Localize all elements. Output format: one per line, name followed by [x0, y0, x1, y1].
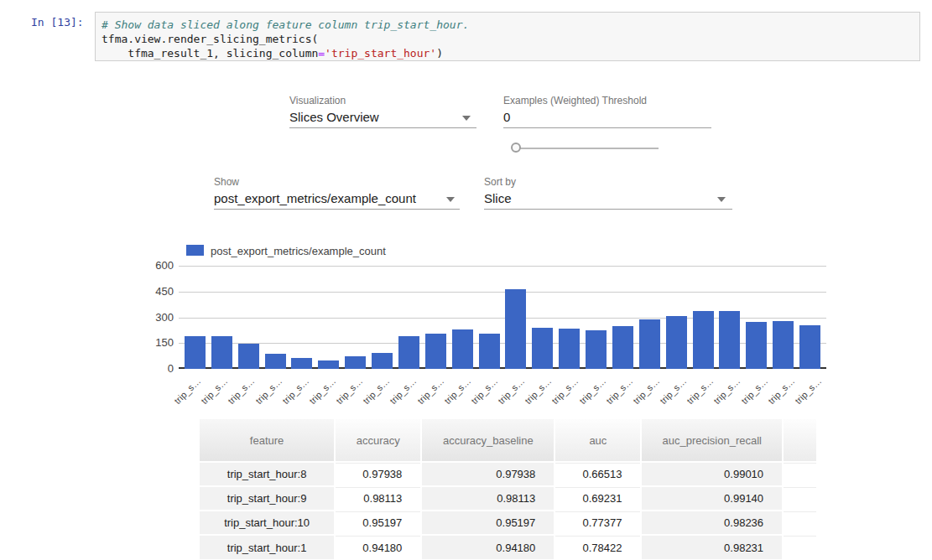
metric-cell: 0.95197: [421, 511, 555, 535]
metric-cell: 0.98236: [641, 511, 783, 535]
metric-cell: 0.0892: [783, 486, 816, 511]
feature-cell: trip_start_hour:8: [199, 462, 335, 486]
metric-cell: 0.94180: [335, 535, 421, 559]
bar[interactable]: [185, 336, 206, 369]
bar[interactable]: [265, 354, 286, 369]
bar[interactable]: [425, 334, 446, 369]
column-header[interactable]: feature: [199, 419, 335, 462]
bar[interactable]: [372, 353, 393, 369]
threshold-input[interactable]: 0: [503, 110, 510, 124]
sort-by-dropdown[interactable]: Slice: [484, 191, 512, 205]
legend-label: post_export_metrics/example_count: [211, 245, 386, 257]
metric-cell: 0.1901: [783, 535, 816, 559]
code-close-paren: ): [436, 47, 443, 60]
legend-swatch: [186, 245, 204, 256]
bar[interactable]: [612, 326, 633, 369]
bar[interactable]: [719, 311, 740, 369]
bar[interactable]: [693, 311, 714, 369]
metric-cell: 0.95197: [335, 511, 421, 535]
metrics-table: featureaccuracyaccuracy_baselineaucauc_p…: [198, 419, 816, 560]
chevron-down-icon[interactable]: [462, 116, 471, 121]
threshold-slider-handle[interactable]: [511, 143, 521, 153]
chart-bars: [179, 266, 826, 369]
bar[interactable]: [799, 325, 820, 369]
metric-cell: 0.99010: [641, 462, 783, 486]
cell-input-prompt: In [13]:: [31, 16, 84, 29]
bar[interactable]: [532, 328, 553, 369]
y-tick-label: 450: [138, 285, 174, 298]
y-tick-label: 300: [138, 311, 174, 324]
bar[interactable]: [666, 316, 687, 369]
metric-cell: 0.1541: [783, 511, 816, 535]
sort-by-underline: [484, 209, 732, 210]
metric-cell: 0.94180: [421, 535, 555, 559]
metric-cell: 0.97938: [421, 462, 555, 486]
bar[interactable]: [398, 336, 419, 369]
metric-cell: 0.97938: [335, 462, 421, 486]
code-editor[interactable]: # Show data sliced along feature column …: [95, 12, 920, 61]
code-line3: tfma_result_1, slicing_column: [102, 47, 318, 60]
metric-cell: 0.66513: [555, 462, 641, 486]
metric-cell: 0.69231: [555, 486, 641, 511]
table-row: trip_start_hour:10.941800.941800.784220.…: [199, 535, 816, 559]
bar[interactable]: [559, 329, 580, 369]
threshold-label: Examples (Weighted) Threshold: [503, 95, 647, 106]
metric-cell: 0.78422: [555, 535, 641, 559]
bar[interactable]: [505, 289, 526, 369]
bar[interactable]: [238, 344, 259, 369]
show-underline: [214, 209, 460, 210]
bar[interactable]: [452, 329, 473, 369]
code-string-literal: 'trip_start_hour': [325, 47, 436, 60]
bar[interactable]: [318, 360, 339, 369]
show-dropdown[interactable]: post_export_metrics/example_count: [214, 191, 416, 205]
bar[interactable]: [291, 358, 312, 369]
chart-x-labels: trip_s…trip_s…trip_s…trip_s…trip_s…trip_…: [179, 374, 826, 407]
bar[interactable]: [773, 321, 794, 369]
metric-cell: 0.77377: [555, 511, 641, 535]
code-comment: # Show data sliced along feature column …: [102, 18, 469, 31]
code-equals-operator: =: [318, 47, 325, 60]
bar[interactable]: [479, 334, 500, 369]
bar[interactable]: [746, 322, 767, 369]
table-row: trip_start_hour:80.979380.979380.665130.…: [199, 462, 816, 486]
metric-cell: 0.1111: [783, 462, 816, 486]
metric-cell: 0.98231: [641, 535, 783, 559]
table-row: trip_start_hour:100.951970.951970.773770…: [199, 511, 816, 535]
y-tick-label: 150: [138, 336, 174, 349]
feature-cell: trip_start_hour:9: [199, 486, 335, 511]
table-row: trip_start_hour:90.981130.981130.692310.…: [199, 486, 816, 511]
feature-cell: trip_start_hour:1: [199, 535, 335, 559]
sort-by-label: Sort by: [484, 176, 516, 188]
y-tick-label: 600: [138, 259, 174, 272]
show-label: Show: [214, 176, 239, 188]
threshold-slider-track[interactable]: [513, 148, 659, 149]
visualization-dropdown[interactable]: Slices Overview: [289, 110, 379, 124]
column-header[interactable]: accuracy_baseline: [421, 419, 555, 462]
chevron-down-icon[interactable]: [446, 197, 455, 202]
metric-cell: 0.98113: [421, 486, 555, 511]
bar[interactable]: [639, 319, 660, 369]
visualization-label: Visualization: [289, 95, 346, 106]
metric-cell: 0.99140: [641, 486, 783, 511]
metrics-table-header: featureaccuracyaccuracy_baselineaucauc_p…: [199, 419, 816, 462]
code-line2: tfma.view.render_slicing_metrics(: [102, 33, 318, 45]
y-tick-label: 0: [138, 362, 174, 375]
bar[interactable]: [211, 336, 232, 369]
column-header[interactable]: accuracy: [335, 419, 421, 462]
column-header[interactable]: average_los: [783, 419, 816, 462]
chevron-down-icon[interactable]: [717, 197, 726, 202]
threshold-underline: [503, 127, 711, 128]
visualization-underline: [289, 127, 476, 128]
column-header[interactable]: auc: [555, 419, 641, 462]
bar[interactable]: [586, 330, 607, 369]
column-header[interactable]: auc_precision_recall: [641, 419, 783, 462]
bar[interactable]: [345, 356, 366, 369]
metric-cell: 0.98113: [335, 486, 421, 511]
feature-cell: trip_start_hour:10: [199, 511, 335, 535]
